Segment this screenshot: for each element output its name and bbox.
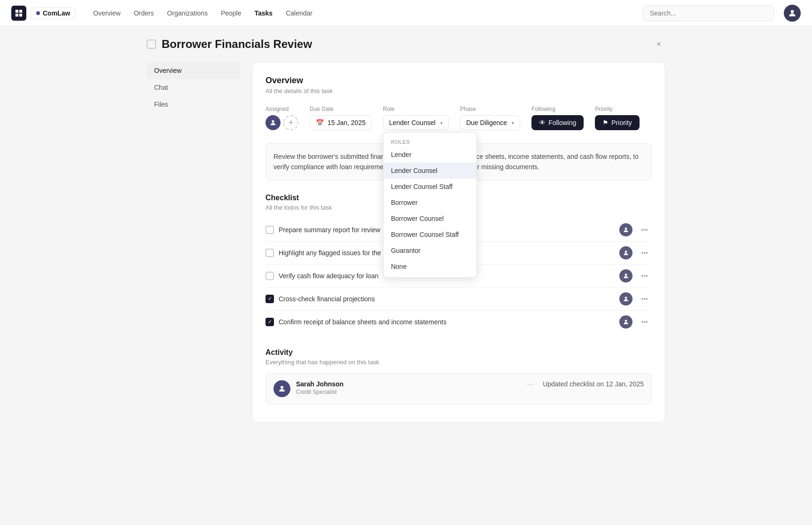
svg-point-5 <box>272 120 274 123</box>
activity-role-0: Credit Specialist <box>296 389 337 395</box>
following-button[interactable]: 👁 Following <box>531 115 584 130</box>
top-navigation: ComLaw Overview Orders Organizations Peo… <box>0 0 812 26</box>
phase-field: Phase Due Diligence ▾ <box>460 106 520 130</box>
activity-section: Activity Everything that has happened on… <box>265 348 652 404</box>
overview-subtitle: All the details of this task <box>265 87 652 94</box>
nav-overview[interactable]: Overview <box>87 7 126 20</box>
svg-point-7 <box>625 251 627 253</box>
assigned-avatar[interactable] <box>265 115 281 130</box>
page-header: Borrower Financials Review × <box>147 38 665 51</box>
priority-label: Priority <box>595 106 640 112</box>
due-date-value: 15 Jan, 2025 <box>328 119 366 126</box>
sidebar-item-chat[interactable]: Chat <box>147 79 241 96</box>
nav-orders[interactable]: Orders <box>128 7 160 20</box>
assigned-avatars: + <box>265 115 298 130</box>
activity-info-0: Sarah Johnson Credit Specialist <box>296 380 517 395</box>
svg-rect-0 <box>16 9 18 12</box>
role-chevron-icon: ▾ <box>440 120 443 125</box>
fields-row: Assigned + Due Date 📅 15 Jan, 2025 <box>265 106 652 130</box>
svg-point-10 <box>625 320 627 322</box>
calendar-icon: 📅 <box>316 119 324 126</box>
page-container: Borrower Financials Review × Overview Ch… <box>124 26 688 434</box>
role-option-borrower-counsel-staff[interactable]: Borrower Counsel Staff <box>383 227 476 243</box>
svg-point-8 <box>625 274 627 276</box>
search-bar <box>643 5 774 21</box>
role-option-borrower[interactable]: Borrower <box>383 195 476 211</box>
logo-area: ComLaw <box>11 6 76 21</box>
checklist-checkbox-4[interactable] <box>265 318 274 326</box>
phase-chevron-icon: ▾ <box>512 120 514 125</box>
svg-point-4 <box>791 10 794 13</box>
eye-icon: 👁 <box>539 119 546 126</box>
sidebar-item-overview[interactable]: Overview <box>147 62 241 79</box>
role-dropdown[interactable]: Lender Counsel ▾ <box>383 115 449 130</box>
checklist-item-avatar-0[interactable] <box>619 223 632 236</box>
phase-dropdown[interactable]: Due Diligence ▾ <box>460 115 520 130</box>
priority-button[interactable]: ⚑ Priority <box>595 115 640 130</box>
close-button[interactable]: × <box>652 38 665 51</box>
checklist-item-menu-4[interactable]: ••• <box>637 316 652 328</box>
role-option-lender-counsel-staff[interactable]: Lender Counsel Staff <box>383 179 476 195</box>
checklist-item-menu-0[interactable]: ••• <box>637 224 652 235</box>
checklist-item-avatar-3[interactable] <box>619 292 632 306</box>
activity-item-0: Sarah Johnson Credit Specialist — Update… <box>265 373 652 404</box>
brand-pill[interactable]: ComLaw <box>30 7 76 19</box>
checklist-item-avatar-2[interactable] <box>619 269 632 282</box>
activity-avatar-0 <box>273 380 290 397</box>
svg-point-9 <box>625 297 627 299</box>
checklist-checkbox-3[interactable] <box>265 295 274 303</box>
checklist-item-menu-3[interactable]: ••• <box>637 293 652 305</box>
checklist-text-4: Confirm receipt of balance sheets and in… <box>279 318 615 326</box>
assigned-field: Assigned + <box>265 106 298 130</box>
app-logo-icon <box>11 6 26 21</box>
priority-field: Priority ⚑ Priority <box>595 106 640 130</box>
checklist-item-menu-1[interactable]: ••• <box>637 247 652 259</box>
svg-rect-2 <box>16 13 18 16</box>
checklist-item-3: Cross-check financial projections ••• <box>265 288 652 311</box>
checklist-item-avatar-4[interactable] <box>619 315 632 329</box>
activity-name-0: Sarah Johnson <box>296 380 344 388</box>
phase-value: Due Diligence <box>466 119 507 126</box>
checklist-item-menu-2[interactable]: ••• <box>637 270 652 282</box>
overview-title: Overview <box>265 76 652 86</box>
role-label: Role <box>383 106 449 112</box>
priority-btn-label: Priority <box>611 119 632 126</box>
add-assignee-button[interactable]: + <box>283 115 298 130</box>
role-value: Lender Counsel <box>389 119 436 126</box>
checklist-item-4: Confirm receipt of balance sheets and in… <box>265 311 652 333</box>
main-content: Overview All the details of this task As… <box>252 62 665 423</box>
nav-calendar[interactable]: Calendar <box>280 7 318 20</box>
search-input[interactable] <box>643 5 774 21</box>
nav-organizations[interactable]: Organizations <box>162 7 213 20</box>
due-date-picker[interactable]: 📅 15 Jan, 2025 <box>310 115 372 130</box>
role-option-none[interactable]: None <box>383 259 476 274</box>
nav-tasks[interactable]: Tasks <box>249 7 278 20</box>
flag-icon: ⚑ <box>602 119 609 126</box>
sidebar-item-files[interactable]: Files <box>147 96 241 113</box>
roles-category-label: Roles <box>383 135 476 147</box>
checklist-checkbox-0[interactable] <box>265 226 274 234</box>
following-field: Following 👁 Following <box>531 106 584 130</box>
due-date-field: Due Date 📅 15 Jan, 2025 <box>310 106 372 130</box>
checklist-checkbox-2[interactable] <box>265 272 274 280</box>
activity-divider-0: — <box>527 380 533 388</box>
nav-people[interactable]: People <box>215 7 247 20</box>
role-option-borrower-counsel[interactable]: Borrower Counsel <box>383 211 476 227</box>
role-option-lender[interactable]: Lender <box>383 147 476 163</box>
user-avatar[interactable] <box>784 5 801 22</box>
assigned-label: Assigned <box>265 106 298 112</box>
page-title: Borrower Financials Review <box>162 38 647 51</box>
role-dropdown-menu: Roles Lender Lender Counsel Lender Couns… <box>383 132 477 278</box>
role-option-lender-counsel[interactable]: Lender Counsel <box>383 163 476 179</box>
checklist-item-avatar-1[interactable] <box>619 246 632 259</box>
task-completion-checkbox[interactable] <box>147 39 156 49</box>
activity-subtitle: Everything that has happened on this tas… <box>265 359 652 366</box>
svg-rect-1 <box>19 9 22 12</box>
role-option-guarantor[interactable]: Guarantor <box>383 243 476 259</box>
due-date-label: Due Date <box>310 106 372 112</box>
following-label: Following <box>531 106 584 112</box>
svg-point-6 <box>625 227 627 230</box>
checklist-checkbox-1[interactable] <box>265 249 274 257</box>
activity-action-0: Updated checklist on 12 Jan, 2025 <box>543 380 644 388</box>
svg-rect-3 <box>19 13 22 16</box>
